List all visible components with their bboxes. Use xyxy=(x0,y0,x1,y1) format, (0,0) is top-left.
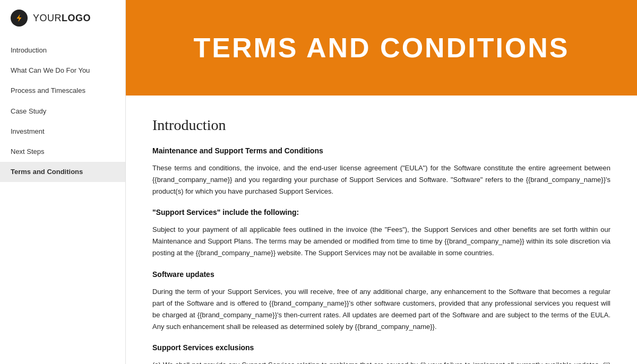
logo-text: YOURLOGO xyxy=(33,13,91,24)
content-block-3: Software updates During the term of your… xyxy=(152,270,610,333)
subtitle-4: Support Services exclusions xyxy=(152,343,610,352)
sidebar-item-introduction[interactable]: Introduction xyxy=(0,40,125,60)
logo-area: YOURLOGO xyxy=(0,0,125,36)
lightning-bolt-icon xyxy=(14,13,24,23)
sidebar-item-investment[interactable]: Investment xyxy=(0,122,125,142)
hero-banner: TERMS AND CONDITIONS xyxy=(126,0,637,96)
nav-list: Introduction What Can We Do For You Proc… xyxy=(0,36,125,186)
subtitle-3: Software updates xyxy=(152,270,610,279)
paragraph-3-0: During the term of your Support Services… xyxy=(152,286,610,333)
section-title: Introduction xyxy=(152,117,610,134)
sidebar-item-next-steps[interactable]: Next Steps xyxy=(0,142,125,162)
sidebar: YOURLOGO Introduction What Can We Do For… xyxy=(0,0,126,364)
content-block-1: Maintenance and Support Terms and Condit… xyxy=(152,146,610,197)
sidebar-item-case-study[interactable]: Case Study xyxy=(0,101,125,122)
subtitle-2: "Support Services" include the following… xyxy=(152,208,610,216)
logo-bold: LOGO xyxy=(62,13,91,23)
hero-title: TERMS AND CONDITIONS xyxy=(193,32,569,64)
sidebar-item-what-can-we-do[interactable]: What Can We Do For You xyxy=(0,60,125,81)
content-area[interactable]: Introduction Maintenance and Support Ter… xyxy=(126,96,637,364)
paragraph-4-0: (a) We shall not provide any Support Ser… xyxy=(152,359,610,364)
sidebar-item-process-timescales[interactable]: Process and Timescales xyxy=(0,81,125,101)
content-block-2: "Support Services" include the following… xyxy=(152,208,610,259)
paragraph-1-0: These terms and conditions, the invoice,… xyxy=(152,162,610,197)
subtitle-1: Maintenance and Support Terms and Condit… xyxy=(152,146,610,155)
content-block-4: Support Services exclusions (a) We shall… xyxy=(152,343,610,364)
sidebar-item-terms-conditions[interactable]: Terms and Conditions xyxy=(0,162,125,182)
paragraph-2-0: Subject to your payment of all applicabl… xyxy=(152,224,610,259)
main-content: TERMS AND CONDITIONS Introduction Mainte… xyxy=(126,0,637,364)
logo-icon xyxy=(11,10,28,27)
logo-plain: YOUR xyxy=(33,13,62,23)
svg-marker-0 xyxy=(17,14,22,22)
